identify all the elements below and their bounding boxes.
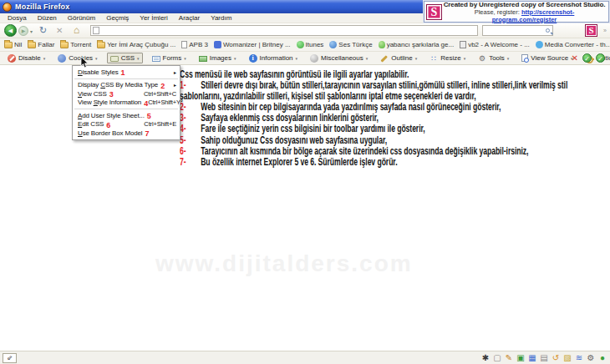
menu-item-add-user-style-sheet[interactable]: Add User Style Sheet...5 [73,111,180,120]
edit-icon[interactable]: ✎ [504,353,514,363]
chart-icon[interactable]: ≋ [574,353,584,363]
bookmark-womanizer-britney[interactable]: Womanizer | Britney ... [214,41,291,48]
back-button[interactable]: ◀ [4,24,17,37]
devbar-item-outline[interactable]: Outline▾ [377,53,420,64]
folder-icon [97,42,105,48]
annotation-number: 1 [121,68,125,77]
devbar-label: Tools [489,54,505,62]
menubar-item-dosya[interactable]: Dosya [8,14,27,22]
devbar-item-forms[interactable]: Forms▾ [149,53,190,63]
doc-item-number: 5- [180,135,201,146]
bookmark-label: Fallar [38,41,54,48]
menu-item-label: Display CSS By Media Type [78,81,158,88]
menu-shortcut: Ctrl+Shift+Y [148,99,180,106]
bookmark-fallar[interactable]: Fallar [28,41,54,48]
outline-icon [380,54,389,63]
menubar-item-g-r-n-m[interactable]: Görünüm [68,14,95,22]
devbar-label: Images [210,54,231,62]
css-dropdown-menu: Disable Styles1▸Display CSS By Media Typ… [72,65,180,140]
annotation-number: 3 [109,90,114,99]
blue-icon [214,41,221,48]
status-ok-icon[interactable]: ● [597,353,607,363]
forward-button[interactable]: ▶ [18,26,28,36]
article-text: Css menüsü ile web sayfasının görüntüsü … [180,69,577,168]
settings-icon[interactable]: ⚙ [586,353,596,363]
folder-icon [60,42,69,48]
devbar-item-images[interactable]: Images▾ [196,53,240,63]
chevron-down-icon: ▾ [43,56,46,61]
bookmark-itunes[interactable]: Itunes [297,41,324,48]
js-valid-icon[interactable]: ✓ [596,53,605,63]
view-source-icon [521,54,528,62]
doc-item-number: 4- [180,124,201,134]
disable-icon [8,54,16,63]
menu-item-edit-css[interactable]: Edit CSS6Ctrl+Shift+E [73,120,180,129]
menu-separator [74,78,178,79]
page-icon[interactable]: ▢ [492,353,502,363]
script-icon[interactable]: ▣ [516,353,526,363]
menubar-item-ara-lar[interactable]: Araçlar [179,14,200,22]
bookmark-torrent[interactable]: Torrent [60,41,91,48]
search-input[interactable] [482,25,553,36]
devbar-item-css[interactable]: CSS▾ [107,53,143,63]
doc-item-6: 6-Tarayıcının alt kısmında bir bölge aça… [180,146,577,157]
menu-separator [74,109,178,109]
bookmark-label: Media Converter - th... [545,41,610,48]
edit-mode-icon[interactable]: ⇙ [3,353,17,363]
bookmark-yer-i-mi-ara-ubu-u[interactable]: Yer İmi Araç Çubuğu ... [97,41,175,48]
menubar-item-yer-i-mleri[interactable]: Yer İmleri [140,14,168,22]
devbar-item-cookies[interactable]: Cookies▾ [54,53,100,64]
menu-item-display-css-by-media-type[interactable]: Display CSS By Media Type2▸ [73,81,180,90]
devbar-item-information[interactable]: Information▾ [246,53,302,64]
devbar-item-view-source[interactable]: View Source▾ [518,53,576,64]
stop-button[interactable]: ✕ [56,26,63,35]
bookmarks-toolbar: NilFallarTorrentYer İmi Araç Çubuğu ...A… [0,38,610,52]
bookmark-label: Torrent [70,41,91,48]
bookmark-yabanc-ark-larla-ge[interactable]: yabancı şarkılarla ge... [379,41,454,48]
bookmark-apb-3[interactable]: APB 3 [181,41,208,48]
devbar-item-tools[interactable]: Tools▾ [475,53,512,64]
statusbar-icons: ✱▢✎▣▦▤↺▨≋⚙● [480,353,607,363]
menubar-item-ge-mi[interactable]: Geçmiş [106,14,129,22]
search-icon[interactable] [546,28,550,33]
menu-item-view-style-information[interactable]: View Style Information4Ctrl+Shift+Y [73,99,180,108]
bookmark-vb2-a-welcome[interactable]: vb2 - A Welcome - ... [460,41,530,48]
devbar-label: Information [260,54,293,62]
devbar-item-disable[interactable]: Disable▾ [4,53,48,64]
bookmark-nil[interactable]: Nil [4,41,22,48]
menubar-item-yard-m[interactable]: Yardım [211,14,231,22]
bookmark-ses-t-rk-e[interactable]: Ses Türkçe [329,41,372,48]
submenu-arrow-icon: ▸ [174,82,176,88]
history-dropdown-icon[interactable]: ▾ [30,28,33,34]
extension-icon[interactable]: ✱ [480,353,491,363]
reload-button[interactable]: ↻ [39,25,47,36]
annotation-number: 6 [106,121,110,129]
devbar-item-miscellaneous[interactable]: Miscellaneous▾ [307,53,371,64]
twitter-icon [536,41,543,48]
doc-item-5: 5-Sahip olduğunuz Css dosyasını web sayf… [180,135,577,146]
devbar-label: Miscellaneous [321,54,363,62]
devbar-item-resize[interactable]: Resize▾ [426,53,469,64]
menu-item-use-border-box-model[interactable]: Use Border Box Model7 [73,129,180,138]
undo-icon[interactable]: ↺ [551,353,561,363]
home-button[interactable]: ⌂ [74,24,79,36]
notes-icon[interactable]: ▨ [562,353,572,363]
annotation-number: 7 [145,129,150,138]
address-bar[interactable] [90,25,478,36]
bookmark-media-converter-th[interactable]: Media Converter - th... [536,41,610,48]
save-icon[interactable]: ▦ [527,353,537,363]
menu-item-label: View Style Information [78,99,141,106]
doc-icon [460,41,466,48]
annotation-number: 4 [144,99,148,108]
close-toolbar-icon[interactable]: ✕ [572,53,578,63]
chevron-down-icon: ▾ [366,56,369,61]
print-icon[interactable]: ▤ [539,353,549,363]
watermark-line1: Created by Unregistered copy of Screensh… [442,1,607,8]
bookmark-label: Ses Türkçe [338,41,372,48]
toolbar-overflow-chevron[interactable]: » [603,28,607,33]
chevron-down-icon: ▾ [507,56,510,61]
chevron-down-icon: ▾ [137,56,140,61]
menubar-item-d-zen[interactable]: Düzen [38,14,57,22]
menu-item-view-css[interactable]: View CSS3Ctrl+Shift+C [73,89,180,99]
css-valid-icon[interactable]: ✓ [582,53,592,63]
